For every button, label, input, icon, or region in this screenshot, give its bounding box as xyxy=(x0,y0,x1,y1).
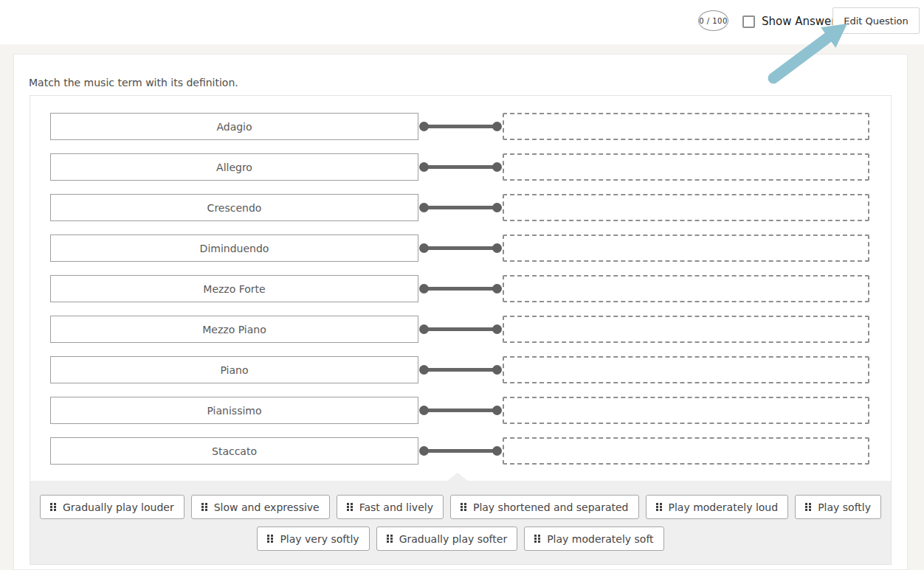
drop-target[interactable] xyxy=(503,356,869,383)
drag-handle-icon xyxy=(347,503,353,511)
term-box: Staccato xyxy=(50,437,418,465)
answer-chip-label: Gradually play louder xyxy=(63,501,174,513)
answer-chip[interactable]: Gradually play louder xyxy=(40,495,185,519)
drop-target[interactable] xyxy=(503,397,869,424)
match-row: Adagio xyxy=(50,113,869,140)
term-box: Diminduendo xyxy=(50,234,418,262)
match-connector xyxy=(418,153,503,181)
top-toolbar: 0 / 100 Show Answers Edit Question xyxy=(0,0,924,44)
match-connector xyxy=(418,316,503,343)
drop-target[interactable] xyxy=(503,194,869,221)
term-box: Adagio xyxy=(50,113,418,140)
answer-chip[interactable]: Play very softly xyxy=(257,526,369,551)
answer-chip-label: Play very softly xyxy=(280,533,359,545)
drop-target[interactable] xyxy=(503,153,869,181)
match-connector xyxy=(418,234,503,262)
match-connector xyxy=(418,397,503,424)
answer-chip-label: Gradually play softer xyxy=(399,533,508,545)
score-badge: 0 / 100 xyxy=(698,10,728,31)
match-row: Mezzo Piano xyxy=(50,316,869,343)
answer-chip[interactable]: Fast and lively xyxy=(337,495,444,519)
term-box: Piano xyxy=(50,356,418,383)
match-row: Staccato xyxy=(50,437,869,465)
match-connector xyxy=(418,356,503,383)
term-box: Crescendo xyxy=(50,194,418,221)
show-answers-label[interactable]: Show Answers xyxy=(762,15,841,28)
drag-handle-icon xyxy=(387,535,393,543)
term-box: Mezzo Piano xyxy=(50,316,418,343)
edit-question-button[interactable]: Edit Question xyxy=(832,7,920,34)
drop-target[interactable] xyxy=(503,234,869,262)
answer-bank-row: Play very softly Gradually play softer P… xyxy=(39,526,882,551)
match-row: Diminduendo xyxy=(50,234,869,262)
answer-chip-label: Play moderately soft xyxy=(547,533,653,545)
answer-bank: Gradually play louder Slow and expressiv… xyxy=(30,481,891,564)
match-connector xyxy=(418,275,503,302)
answer-chip-label: Slow and expressive xyxy=(214,501,320,513)
answer-chip-label: Play shortened and separated xyxy=(473,501,629,513)
match-row: Piano xyxy=(50,356,869,383)
drag-handle-icon xyxy=(656,503,662,511)
answer-chip-label: Play moderately loud xyxy=(669,501,779,513)
answer-bank-row: Gradually play louder Slow and expressiv… xyxy=(39,495,882,519)
drag-handle-icon xyxy=(201,503,207,511)
drag-handle-icon xyxy=(461,503,466,511)
match-row: Crescendo xyxy=(50,194,869,221)
drag-handle-icon xyxy=(267,535,273,543)
match-connector xyxy=(418,113,503,140)
answer-chip-label: Play softly xyxy=(818,501,871,513)
bank-caret xyxy=(447,473,468,481)
match-rows: Adagio Allegro Crescendo Diminduendo xyxy=(30,96,891,465)
match-row: Allegro xyxy=(50,153,869,181)
drag-handle-icon xyxy=(50,503,56,511)
answer-chip[interactable]: Slow and expressive xyxy=(191,495,330,519)
term-box: Mezzo Forte xyxy=(50,275,418,302)
match-connector xyxy=(418,194,503,221)
answer-chip[interactable]: Play softly xyxy=(795,495,881,519)
drag-handle-icon xyxy=(534,535,540,543)
drop-target[interactable] xyxy=(503,275,869,302)
term-box: Allegro xyxy=(50,153,418,181)
matching-area: Adagio Allegro Crescendo Diminduendo xyxy=(30,95,892,565)
answer-chip[interactable]: Play moderately soft xyxy=(524,526,663,551)
drop-target[interactable] xyxy=(503,113,869,140)
answer-chip[interactable]: Gradually play softer xyxy=(376,526,518,551)
drop-target[interactable] xyxy=(503,316,869,343)
show-answers-checkbox[interactable] xyxy=(742,15,755,28)
match-connector xyxy=(418,437,503,465)
match-row: Pianissimo xyxy=(50,397,869,424)
question-prompt: Match the music term with its definition… xyxy=(29,77,238,88)
term-box: Pianissimo xyxy=(50,397,418,424)
show-answers-control: Show Answers xyxy=(742,14,841,29)
drop-target[interactable] xyxy=(503,437,869,465)
answer-chip[interactable]: Play moderately loud xyxy=(646,495,789,519)
drag-handle-icon xyxy=(805,503,811,511)
match-row: Mezzo Forte xyxy=(50,275,869,302)
answer-chip-label: Fast and lively xyxy=(359,501,433,513)
question-card: Match the music term with its definition… xyxy=(13,54,908,570)
answer-chip[interactable]: Play shortened and separated xyxy=(450,495,639,519)
